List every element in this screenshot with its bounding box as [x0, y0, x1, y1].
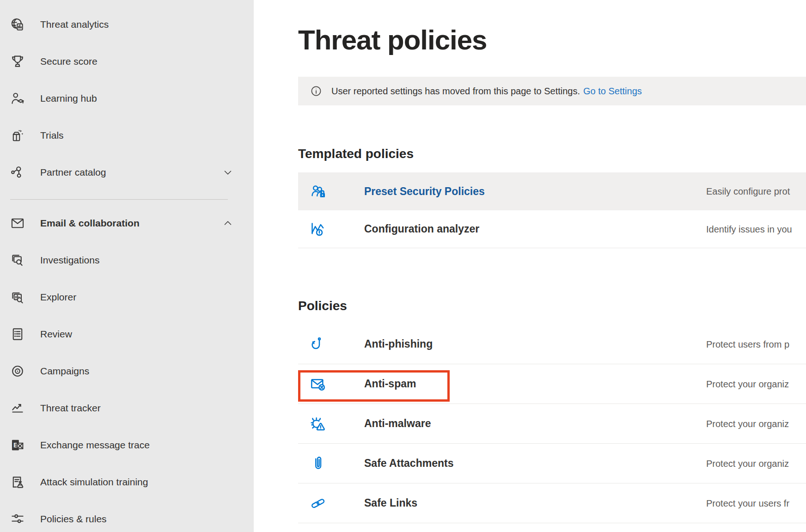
policy-row-description: Protect your organiz: [706, 458, 789, 469]
sidebar-item-partner-catalog[interactable]: Partner catalog: [0, 154, 254, 191]
policy-row-configuration-analyzer[interactable]: Configuration analyzerIdentify issues in…: [298, 210, 806, 248]
explorer-icon: [9, 289, 26, 306]
chevron-down-icon[interactable]: [222, 166, 234, 178]
policy-row-description: Protect your users fr: [706, 498, 789, 508]
policy-row-label[interactable]: Anti-malware: [364, 417, 431, 430]
sidebar-item-label: Campaigns: [40, 366, 89, 377]
policy-row-preset-security-policies[interactable]: Preset Security PoliciesEasily configure…: [298, 172, 806, 210]
exchange-icon: E: [9, 437, 26, 453]
sidebar-item-explorer[interactable]: Explorer: [0, 279, 254, 316]
sidebar-item-secure-score[interactable]: Secure score: [0, 43, 254, 80]
trophy-icon: [9, 53, 26, 70]
policy-row-label[interactable]: Safe Links: [364, 497, 417, 509]
threat-tracker-icon: [9, 400, 26, 416]
page-title: Threat policies: [298, 22, 806, 58]
sidebar-item-email-collaboration[interactable]: Email & collaboration: [0, 205, 254, 242]
banner-text: User reported settings has moved from th…: [331, 86, 580, 97]
sidebar-item-investigations[interactable]: Investigations: [0, 242, 254, 279]
section-heading-policies: Policies: [298, 297, 806, 315]
sidebar-item-learning-hub[interactable]: Learning hub: [0, 80, 254, 117]
defender-portal-screen: Threat analyticsSecure scoreLearning hub…: [0, 0, 806, 532]
policy-row-label[interactable]: Safe Attachments: [364, 457, 453, 470]
preset-security-icon: [309, 182, 327, 201]
review-icon: [9, 326, 26, 342]
sidebar-item-campaigns[interactable]: Campaigns: [0, 353, 254, 390]
safe-links-icon: [309, 494, 327, 513]
policy-row-label[interactable]: Preset Security Policies: [364, 185, 485, 198]
policy-row-label[interactable]: Anti-spam: [364, 378, 416, 390]
threat-analytics-icon: [9, 16, 26, 33]
sidebar: Threat analyticsSecure scoreLearning hub…: [0, 0, 254, 532]
policy-row-safe-links[interactable]: Safe LinksProtect your users fr: [298, 483, 806, 523]
main-content: Threat policies User reported settings h…: [254, 0, 806, 532]
sidebar-item-label: Investigations: [40, 255, 99, 266]
chevron-up-icon[interactable]: [222, 217, 234, 229]
policy-row-description: Protect your organiz: [706, 379, 789, 389]
sidebar-item-review[interactable]: Review: [0, 316, 254, 353]
sidebar-item-label: Attack simulation training: [40, 477, 148, 488]
sidebar-item-exchange-message-trace[interactable]: EExchange message trace: [0, 427, 254, 464]
go-to-settings-link[interactable]: Go to Settings: [583, 86, 642, 97]
investigations-icon: [9, 252, 26, 269]
mail-icon: [9, 215, 26, 232]
sidebar-item-policies-rules[interactable]: Policies & rules: [0, 501, 254, 532]
sidebar-item-attack-simulation-training[interactable]: Attack simulation training: [0, 464, 254, 501]
trials-icon: [9, 127, 26, 144]
sidebar-item-label: Explorer: [40, 292, 76, 303]
sidebar-divider: [10, 199, 228, 200]
learning-hub-icon: [9, 90, 26, 107]
paperclip-icon: [309, 454, 327, 473]
anti-malware-icon: [309, 415, 327, 433]
section-heading-templated-policies: Templated policies: [298, 145, 806, 163]
sidebar-item-label: Review: [40, 329, 72, 340]
anti-spam-icon: [309, 375, 327, 393]
sidebar-section-top: Threat analyticsSecure scoreLearning hub…: [0, 6, 254, 191]
policy-row-label[interactable]: Anti-phishing: [364, 338, 433, 350]
sidebar-item-label: Secure score: [40, 56, 98, 67]
sidebar-item-threat-tracker[interactable]: Threat tracker: [0, 390, 254, 427]
policy-row-description: Easily configure prot: [706, 186, 790, 197]
sliders-icon: [9, 511, 26, 527]
sidebar-section-email: Email & collaborationInvestigationsExplo…: [0, 205, 254, 532]
sidebar-item-label: Policies & rules: [40, 514, 107, 525]
policy-row-description: Identify issues in you: [706, 224, 792, 234]
policy-row-anti-spam[interactable]: Anti-spamProtect your organiz: [298, 364, 806, 404]
info-banner: User reported settings has moved from th…: [298, 77, 806, 105]
policy-row-description: Protect your organiz: [706, 418, 789, 429]
anti-phishing-icon: [309, 335, 327, 354]
sidebar-item-label: Email & collaboration: [40, 218, 140, 229]
attack-simulation-icon: [9, 474, 26, 490]
policy-row-anti-phishing[interactable]: Anti-phishingProtect users from p: [298, 324, 806, 364]
templated-policies-list: Preset Security PoliciesEasily configure…: [254, 172, 806, 248]
policy-row-safe-attachments[interactable]: Safe AttachmentsProtect your organiz: [298, 444, 806, 483]
partner-catalog-icon: [9, 164, 26, 181]
sidebar-item-label: Threat analytics: [40, 19, 109, 30]
sidebar-item-threat-analytics[interactable]: Threat analytics: [0, 6, 254, 43]
policy-row-anti-malware[interactable]: Anti-malwareProtect your organiz: [298, 404, 806, 444]
configuration-analyzer-icon: [309, 220, 327, 238]
sidebar-item-label: Partner catalog: [40, 167, 106, 178]
sidebar-item-trials[interactable]: Trials: [0, 117, 254, 154]
policies-list: Anti-phishingProtect users from pAnti-sp…: [254, 324, 806, 523]
campaigns-icon: [9, 363, 26, 379]
sidebar-item-label: Learning hub: [40, 93, 97, 104]
sidebar-item-label: Threat tracker: [40, 403, 101, 414]
sidebar-item-label: Exchange message trace: [40, 440, 150, 451]
policy-row-label[interactable]: Configuration analyzer: [364, 223, 479, 235]
info-icon: [310, 85, 323, 98]
policy-row-description: Protect users from p: [706, 339, 789, 349]
sidebar-item-label: Trials: [40, 130, 64, 141]
